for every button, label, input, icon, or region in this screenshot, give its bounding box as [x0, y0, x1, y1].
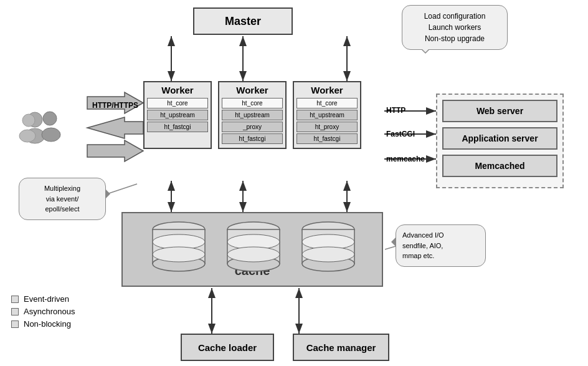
callout-config-text: Load configurationLaunch workersNon-stop… — [424, 12, 486, 43]
legend: Event-driven Asynchronous Non-blocking — [11, 294, 75, 332]
legend-square-1 — [11, 296, 19, 303]
callout-config: Load configurationLaunch workersNon-stop… — [402, 5, 508, 50]
svg-point-22 — [22, 114, 35, 127]
app-server-box: Application server — [442, 127, 557, 150]
legend-label-1: Event-driven — [24, 294, 69, 304]
svg-line-17 — [385, 246, 396, 249]
callout-multiplexing: Multiplexingvia kevent/epoll/select — [19, 178, 106, 220]
worker-1-module-3: ht_fastcgi — [147, 122, 208, 132]
legend-item-2: Asynchronous — [11, 307, 75, 316]
svg-point-33 — [227, 247, 280, 262]
svg-point-21 — [42, 128, 60, 142]
web-server-box: Web server — [442, 100, 557, 122]
svg-point-20 — [43, 112, 57, 125]
worker-3-title: Worker — [296, 85, 358, 95]
svg-point-23 — [19, 130, 36, 142]
worker-2-title: Worker — [222, 85, 283, 95]
callout-left-text: Multiplexingvia kevent/epoll/select — [44, 185, 80, 213]
fastcgi-label: FastCGI — [386, 130, 415, 138]
http-right-label: HTTP — [386, 106, 405, 115]
memcache-label: memcache — [386, 155, 425, 163]
cache-loader-box: Cache loader — [181, 334, 274, 361]
workers-area: Worker ht_core ht_upstream ht_fastcgi Wo… — [137, 81, 361, 149]
callout-aio: Advanced I/Osendfile, AIO,mmap etc. — [396, 224, 486, 267]
svg-marker-7 — [87, 140, 143, 161]
legend-label-2: Asynchronous — [24, 307, 75, 316]
worker-1-title: Worker — [147, 85, 208, 95]
worker-1-module-1: ht_core — [147, 98, 208, 108]
users-icon — [19, 106, 69, 163]
legend-item-1: Event-driven — [11, 294, 75, 304]
svg-point-38 — [302, 247, 354, 262]
worker-3-module-3: ht_proxy — [296, 122, 358, 132]
backend-box: Web server Application server Memcached … — [436, 94, 564, 188]
svg-point-28 — [153, 247, 205, 262]
master-box: Master — [193, 7, 293, 35]
worker-2-module-4: ht_fastcgi — [222, 133, 283, 144]
worker-3: Worker ht_core ht_upstream ht_proxy ht_f… — [293, 81, 361, 149]
diagram-container: Master Load configurationLaunch workersN… — [0, 0, 588, 366]
cache-loader-label: Cache loader — [198, 342, 257, 353]
legend-square-3 — [11, 320, 19, 328]
legend-item-3: Non-blocking — [11, 319, 75, 329]
proxy-cache-box: proxycache — [121, 212, 383, 287]
worker-2-module-3: _proxy — [222, 122, 283, 132]
http-https-label: HTTP/HTTPS — [92, 101, 138, 110]
worker-2-module-2: ht_upstream — [222, 110, 283, 120]
master-label: Master — [225, 15, 261, 28]
callout-aio-text: Advanced I/Osendfile, AIO,mmap etc. — [402, 231, 444, 259]
legend-square-2 — [11, 308, 19, 315]
cache-manager-box: Cache manager — [293, 334, 389, 361]
cache-manager-label: Cache manager — [306, 342, 376, 353]
worker-3-module-4: ht_fastcgi — [296, 133, 358, 144]
worker-1: Worker ht_core ht_upstream ht_fastcgi — [143, 81, 212, 149]
legend-label-3: Non-blocking — [24, 319, 71, 329]
svg-marker-6 — [87, 117, 143, 138]
worker-2-module-1: ht_core — [222, 98, 283, 108]
worker-1-module-2: ht_upstream — [147, 110, 208, 120]
worker-3-module-2: ht_upstream — [296, 110, 358, 120]
memcached-box: Memcached — [442, 155, 557, 177]
worker-3-module-1: ht_core — [296, 98, 358, 108]
worker-2: Worker ht_core ht_upstream _proxy ht_fas… — [218, 81, 287, 149]
